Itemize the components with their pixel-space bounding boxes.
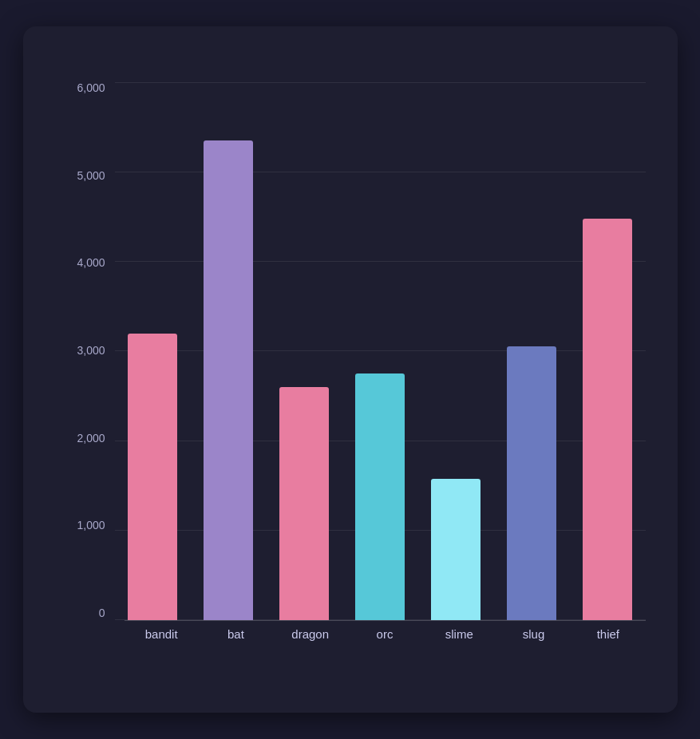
bar-group-bandit — [115, 82, 191, 620]
y-axis-label: 4,000 — [77, 257, 105, 268]
x-label-slug: slug — [496, 627, 571, 641]
bar-group-bat — [191, 82, 267, 620]
bar-group-thief — [570, 82, 646, 620]
y-axis-label: 5,000 — [77, 170, 105, 181]
x-label-orc: orc — [347, 627, 421, 641]
y-axis-label: 3,000 — [77, 345, 105, 356]
chart-plot: 6,0005,0004,0003,0002,0001,0000 — [71, 82, 646, 620]
bar-group-slime — [418, 82, 494, 620]
bar-thief — [583, 219, 632, 620]
x-label-slime: slime — [422, 627, 496, 641]
bar-group-dragon — [267, 82, 342, 620]
bar-orc — [355, 373, 405, 620]
x-axis: banditbatdragonorcslimeslugthief — [125, 620, 646, 641]
y-axis-label: 2,000 — [77, 433, 105, 444]
bar-slug — [507, 346, 556, 620]
y-axis-label: 1,000 — [77, 520, 105, 531]
bar-bandit — [128, 334, 177, 620]
bar-group-orc — [342, 82, 418, 620]
chart-container: 6,0005,0004,0003,0002,0001,0000 banditba… — [23, 26, 678, 713]
chart-area: 6,0005,0004,0003,0002,0001,0000 banditba… — [71, 82, 646, 641]
bars-and-grid — [115, 82, 646, 620]
x-label-bandit: bandit — [125, 627, 199, 641]
bar-dragon — [279, 387, 329, 620]
y-axis: 6,0005,0004,0003,0002,0001,0000 — [71, 82, 115, 620]
y-axis-label: 6,000 — [77, 82, 105, 93]
bar-bat — [204, 140, 253, 620]
y-axis-label: 0 — [99, 607, 105, 618]
bar-group-slug — [494, 82, 570, 620]
x-label-dragon: dragon — [273, 627, 347, 641]
bar-slime — [431, 479, 481, 620]
bars-row — [115, 82, 646, 620]
x-label-bat: bat — [199, 627, 273, 641]
x-label-thief: thief — [571, 627, 645, 641]
